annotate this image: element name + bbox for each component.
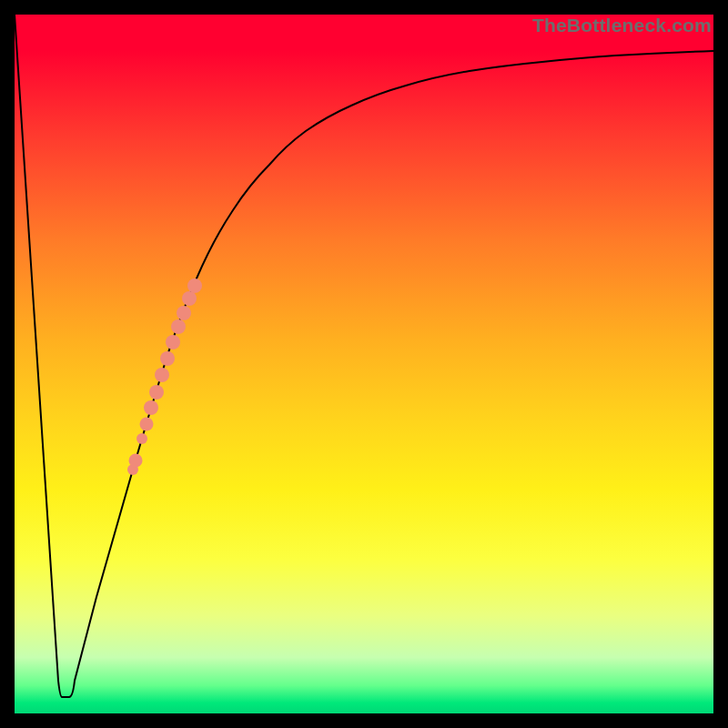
marker-dot — [149, 385, 164, 399]
marker-dot — [155, 368, 169, 382]
marker-dot — [160, 351, 175, 366]
marker-dot — [144, 400, 158, 415]
marker-dot — [182, 291, 197, 306]
marker-dot — [140, 418, 154, 431]
curve-layer — [15, 15, 713, 697]
bottleneck-curve-path — [15, 15, 713, 697]
plot-area: TheBottleneck.com — [15, 15, 713, 713]
marker-dot — [187, 278, 202, 293]
chart-svg — [15, 15, 713, 713]
marker-dot — [171, 319, 186, 334]
marker-dot — [166, 335, 180, 349]
marker-layer — [127, 278, 202, 475]
marker-dot — [177, 306, 191, 320]
chart-frame: TheBottleneck.com — [0, 0, 728, 728]
marker-dot — [136, 433, 147, 444]
marker-dot — [129, 454, 143, 468]
